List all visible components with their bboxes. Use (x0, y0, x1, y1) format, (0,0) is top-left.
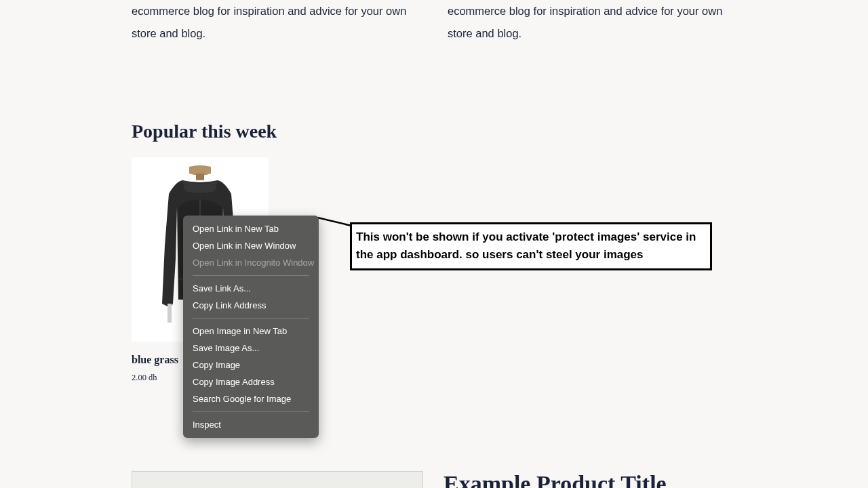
ctx-save-image-as[interactable]: Save Image As... (183, 340, 319, 357)
example-product-title: Example Product Title (443, 471, 667, 488)
ctx-open-new-tab[interactable]: Open Link in New Tab (183, 220, 319, 237)
annotation-connector (317, 216, 353, 228)
ctx-open-incognito: Open Link in Incognito Window (183, 254, 319, 271)
ctx-separator (193, 275, 309, 276)
blog-columns: ecommerce blog for inspiration and advic… (132, 0, 827, 45)
popular-heading: Popular this week (132, 121, 827, 142)
ctx-separator (193, 411, 309, 412)
ctx-inspect[interactable]: Inspect (183, 416, 319, 433)
example-product-image[interactable] (132, 471, 423, 488)
annotation-callout: This won't be shown if you activate 'pro… (350, 222, 712, 270)
blog-text-left: ecommerce blog for inspiration and advic… (132, 0, 425, 45)
ctx-search-google-image[interactable]: Search Google for Image (183, 390, 319, 407)
context-menu[interactable]: Open Link in New Tab Open Link in New Wi… (183, 216, 319, 438)
ctx-open-new-window[interactable]: Open Link in New Window (183, 237, 319, 254)
blog-text-right: ecommerce blog for inspiration and advic… (448, 0, 741, 45)
ctx-copy-link-address[interactable]: Copy Link Address (183, 297, 319, 314)
ctx-open-image-new-tab[interactable]: Open Image in New Tab (183, 323, 319, 340)
annotation-text: This won't be shown if you activate 'pro… (356, 230, 696, 261)
ctx-save-link-as[interactable]: Save Link As... (183, 280, 319, 297)
ctx-copy-image[interactable]: Copy Image (183, 357, 319, 373)
ctx-copy-image-address[interactable]: Copy Image Address (183, 373, 319, 390)
svg-line-2 (317, 218, 351, 226)
ctx-separator (193, 318, 309, 319)
